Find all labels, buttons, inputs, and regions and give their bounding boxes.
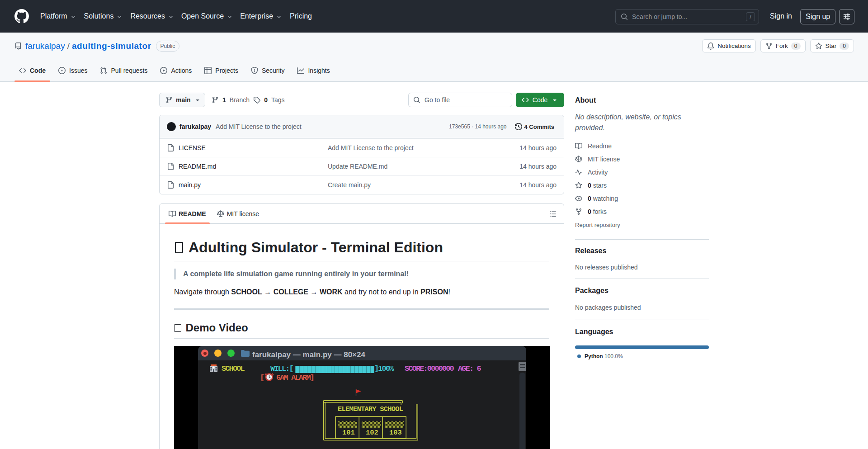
svg-text:101: 101 bbox=[342, 429, 355, 437]
svg-text:102: 102 bbox=[366, 429, 378, 437]
svg-text:ELEMENTARY SCHOOL: ELEMENTARY SCHOOL bbox=[338, 405, 403, 413]
svg-text:103: 103 bbox=[389, 429, 402, 437]
